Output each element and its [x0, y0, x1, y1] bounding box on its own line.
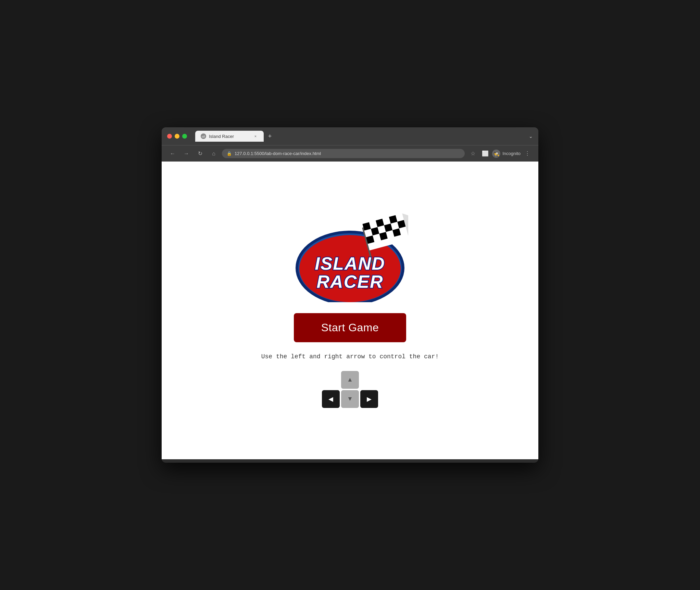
nav-bar: ← → ↻ ⌂ 🔒 127.0.0.1:5500/lab-dom-race-ca… — [162, 145, 538, 162]
bookmark-button[interactable]: ☆ — [467, 148, 478, 159]
new-tab-button[interactable]: + — [265, 131, 275, 141]
address-text: 127.0.0.1:5500/lab-dom-race-car/index.ht… — [235, 151, 321, 156]
forward-button[interactable]: → — [181, 148, 192, 159]
home-button[interactable]: ⌂ — [208, 148, 219, 159]
maximize-window-button[interactable] — [182, 134, 187, 139]
tab-overview-button[interactable]: ⬜ — [480, 148, 491, 159]
tab-close-button[interactable]: × — [253, 133, 258, 139]
reload-button[interactable]: ↻ — [195, 148, 205, 159]
traffic-lights — [167, 134, 187, 139]
title-bar: 🏎 Island Racer × + ⌄ — [162, 127, 538, 145]
instructions-text: Use the left and right arrow to control … — [261, 353, 439, 360]
nav-right: ☆ ⬜ 🕵 Incognito ⋮ — [467, 148, 533, 159]
incognito-icon: 🕵 — [492, 150, 500, 158]
arrow-keys-pad: ▲ ◀ ▼ ▶ — [322, 371, 378, 408]
svg-text:ISLAND: ISLAND — [315, 254, 385, 273]
start-game-button[interactable]: Start Game — [294, 313, 407, 342]
logo-svg: ISLAND RACER — [292, 213, 408, 302]
tab-bar: 🏎 Island Racer × + ⌄ — [195, 131, 533, 142]
svg-text:RACER: RACER — [317, 272, 384, 292]
lock-icon: 🔒 — [227, 151, 232, 156]
menu-button[interactable]: ⋮ — [522, 148, 533, 159]
logo-container: ISLAND RACER — [292, 213, 408, 302]
tab-expand-button[interactable]: ⌄ — [529, 133, 533, 139]
incognito-badge: 🕵 Incognito — [492, 150, 521, 158]
arrow-down-key[interactable]: ▼ — [341, 390, 359, 408]
arrow-right-key[interactable]: ▶ — [360, 390, 378, 408]
tab-favicon: 🏎 — [201, 133, 206, 139]
arrow-up-key[interactable]: ▲ — [341, 371, 359, 389]
svg-rect-4 — [362, 213, 408, 250]
browser-window: 🏎 Island Racer × + ⌄ ← → ↻ ⌂ 🔒 127.0.0.1… — [162, 127, 538, 463]
tab-title: Island Racer — [209, 134, 250, 139]
address-bar[interactable]: 🔒 127.0.0.1:5500/lab-dom-race-car/index.… — [222, 149, 465, 158]
page-content: ISLAND RACER Start Game Use the left and… — [162, 162, 538, 459]
active-tab[interactable]: 🏎 Island Racer × — [195, 131, 264, 142]
incognito-label: Incognito — [502, 151, 521, 156]
close-window-button[interactable] — [167, 134, 172, 139]
arrow-left-key[interactable]: ◀ — [322, 390, 340, 408]
minimize-window-button[interactable] — [175, 134, 179, 139]
back-button[interactable]: ← — [167, 148, 178, 159]
